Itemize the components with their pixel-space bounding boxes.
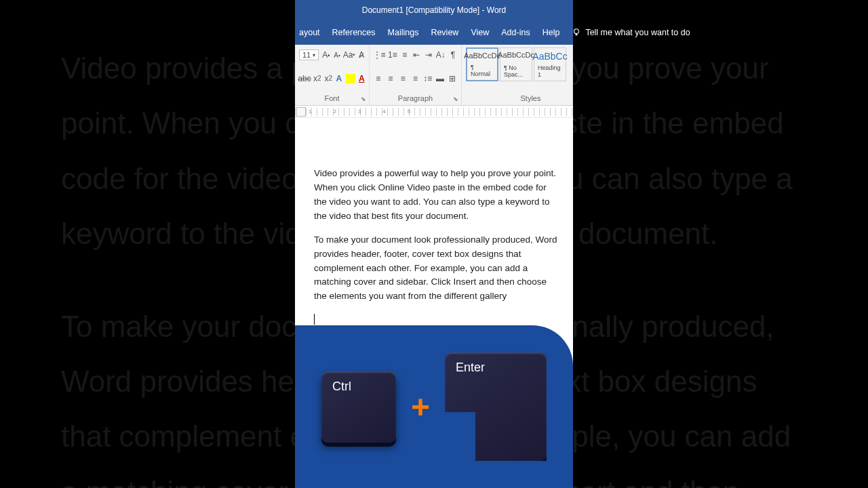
style-sample-text: AaBbCcDc: [498, 51, 534, 59]
strikethrough-icon[interactable]: abc: [299, 73, 310, 84]
superscript-icon[interactable]: x2: [325, 73, 333, 84]
svg-rect-1: [576, 34, 578, 36]
document-title: Document1 [Compatibility Mode] - Word: [362, 5, 507, 15]
tab-layout[interactable]: ayout: [298, 25, 321, 40]
subscript-icon[interactable]: x2: [313, 73, 321, 84]
style-normal[interactable]: AaBbCcDc ¶ Normal: [466, 47, 498, 81]
chevron-down-icon: ▾: [313, 52, 315, 58]
ctrl-key-icon: Ctrl: [321, 371, 396, 443]
shading-icon[interactable]: ▬: [435, 73, 444, 84]
keyboard-shortcut-card: Ctrl + Enter: [295, 325, 573, 488]
title-bar: Document1 [Compatibility Mode] - Word: [295, 0, 573, 20]
tab-help[interactable]: Help: [541, 25, 561, 40]
style-name: Heading 1: [538, 64, 562, 78]
highlight-icon[interactable]: [346, 73, 355, 84]
bullets-icon[interactable]: ⋮≡: [374, 49, 384, 60]
align-left-icon[interactable]: ≡: [374, 73, 382, 84]
horizontal-ruler[interactable]: 12345: [295, 106, 573, 118]
ribbon: 11 ▾ A▴ A▾ Aa▾ A̷ abc x2 x2 A A Font⬊: [295, 45, 573, 106]
tab-selector-icon[interactable]: [296, 107, 306, 117]
tab-mailings[interactable]: Mailings: [387, 25, 420, 40]
font-color-icon[interactable]: A: [359, 73, 365, 84]
numbering-icon[interactable]: 1≡: [388, 49, 397, 60]
doc-paragraph-2: To make your document look professionall…: [314, 233, 561, 304]
decrease-indent-icon[interactable]: ⇤: [412, 49, 420, 60]
font-group: 11 ▾ A▴ A▾ Aa▾ A̷ abc x2 x2 A A Font⬊: [295, 45, 370, 105]
tab-references[interactable]: References: [331, 25, 377, 40]
tab-addins[interactable]: Add-ins: [500, 25, 531, 40]
styles-group: AaBbCcDc ¶ Normal AaBbCcDc ¶ No Spac... …: [462, 45, 573, 105]
increase-indent-icon[interactable]: ⇥: [424, 49, 432, 60]
style-sample-text: AaBbCc: [532, 51, 567, 62]
doc-paragraph-1: Video provides a powerful way to help yo…: [314, 167, 561, 224]
change-case-icon[interactable]: Aa▾: [344, 49, 355, 60]
align-center-icon[interactable]: ≡: [386, 73, 395, 84]
text-effects-icon[interactable]: A: [336, 73, 342, 84]
text-cursor: [314, 314, 315, 325]
style-name: ¶ No Spac...: [504, 64, 528, 78]
sort-icon[interactable]: A↓: [436, 49, 446, 60]
font-size-selector[interactable]: 11 ▾: [299, 49, 319, 60]
align-right-icon[interactable]: ≡: [399, 73, 408, 84]
enter-key-icon: Enter: [445, 352, 547, 461]
shrink-font-icon[interactable]: A▾: [334, 49, 340, 60]
ribbon-tabs: ayout References Mailings Review View Ad…: [295, 20, 573, 45]
style-heading-1[interactable]: AaBbCc Heading 1: [534, 47, 566, 81]
styles-group-label: Styles: [466, 94, 568, 104]
font-size-value: 11: [302, 51, 311, 59]
font-group-label: Font⬊: [299, 94, 365, 104]
tab-view[interactable]: View: [469, 25, 490, 40]
tab-review[interactable]: Review: [429, 25, 460, 40]
paragraph-dialog-launcher-icon[interactable]: ⬊: [453, 96, 458, 102]
svg-point-0: [574, 29, 579, 34]
font-dialog-launcher-icon[interactable]: ⬊: [361, 96, 366, 102]
justify-icon[interactable]: ≡: [411, 73, 420, 84]
lightbulb-icon: [572, 28, 581, 37]
ctrl-key-label: Ctrl: [332, 380, 351, 394]
tell-me-label: Tell me what you want to do: [585, 28, 690, 37]
show-paragraph-marks-icon[interactable]: ¶: [449, 49, 457, 60]
style-name: ¶ Normal: [471, 64, 494, 77]
line-spacing-icon[interactable]: ↕≡: [423, 73, 432, 84]
paragraph-group-label: Paragraph⬊: [374, 94, 457, 104]
paragraph-group: ⋮≡ 1≡ ≡ ⇤ ⇥ A↓ ¶ ≡ ≡ ≡ ≡ ↕≡ ▬ ⊞ Paragrap…: [370, 45, 462, 105]
plus-icon: +: [411, 388, 430, 426]
style-no-spacing[interactable]: AaBbCcDc ¶ No Spac...: [500, 47, 532, 81]
enter-key-label: Enter: [456, 361, 485, 375]
clear-formatting-icon[interactable]: A̷: [358, 49, 365, 60]
tell-me-search[interactable]: Tell me what you want to do: [570, 25, 691, 40]
borders-icon[interactable]: ⊞: [448, 73, 457, 84]
multilevel-list-icon[interactable]: ≡: [401, 49, 409, 60]
style-sample-text: AaBbCcDc: [464, 52, 500, 60]
grow-font-icon[interactable]: A▴: [322, 49, 330, 60]
